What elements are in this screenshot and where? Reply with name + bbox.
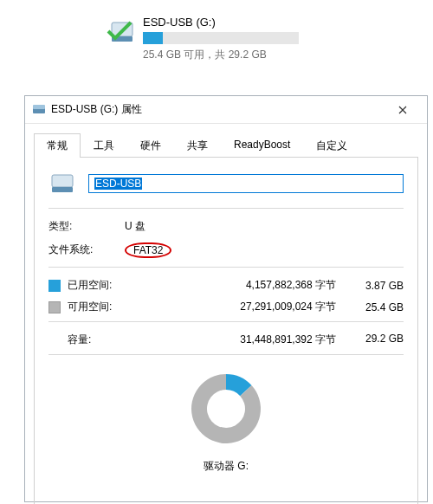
capacity-gb: 29.2 GB: [352, 333, 404, 347]
svg-rect-3: [33, 105, 45, 109]
free-bytes: 27,291,009,024 字节: [135, 300, 352, 314]
volume-name-input[interactable]: ESD-USB: [88, 174, 404, 193]
used-swatch: [48, 280, 61, 292]
drive-title[interactable]: ESD-USB (G:): [143, 16, 433, 29]
drive-summary: ESD-USB (G:) 25.4 GB 可用，共 29.2 GB: [0, 0, 433, 78]
type-row: 类型: U 盘: [48, 219, 404, 234]
drive-free-text: 25.4 GB 可用，共 29.2 GB: [143, 48, 433, 62]
properties-dialog: ESD-USB (G:) 属性 常规工具硬件共享ReadyBoost自定义 ES…: [24, 95, 428, 502]
svg-rect-4: [52, 175, 73, 187]
divider: [48, 354, 404, 355]
free-swatch: [48, 301, 61, 313]
drive-usage-fill: [143, 32, 163, 44]
free-gb: 25.4 GB: [352, 301, 404, 313]
filesystem-row: 文件系统: FAT32: [48, 242, 404, 258]
usage-donut-chart: [48, 365, 404, 452]
drive-icon: [107, 19, 136, 45]
capacity-row: 容量: 31,448,891,392 字节 29.2 GB: [48, 333, 404, 347]
used-bytes: 4,157,882,368 字节: [135, 278, 352, 293]
used-label: 已用空间:: [68, 278, 135, 293]
type-value: U 盘: [125, 219, 145, 234]
capacity-bytes: 31,448,891,392 字节: [135, 333, 352, 347]
tab-4[interactable]: ReadyBoost: [221, 133, 303, 158]
volume-name-value: ESD-USB: [94, 178, 142, 190]
type-label: 类型:: [48, 219, 125, 234]
name-row: ESD-USB: [48, 171, 404, 196]
tab-2[interactable]: 硬件: [127, 133, 174, 158]
divider: [48, 267, 404, 268]
filesystem-value: FAT32: [125, 242, 171, 258]
free-label: 可用空间:: [68, 300, 135, 314]
titlebar[interactable]: ESD-USB (G:) 属性: [25, 96, 427, 124]
tab-general-content: ESD-USB 类型: U 盘 文件系统: FAT32 已用空间: 4,157,…: [34, 157, 418, 504]
free-space-row: 可用空间: 27,291,009,024 字节 25.4 GB: [48, 300, 404, 314]
tab-strip: 常规工具硬件共享ReadyBoost自定义: [34, 132, 418, 157]
close-button[interactable]: [385, 98, 420, 122]
divider: [48, 321, 404, 322]
drive-usage-bar: [143, 32, 299, 44]
tab-1[interactable]: 工具: [81, 133, 127, 158]
used-space-row: 已用空间: 4,157,882,368 字节 3.87 GB: [48, 278, 404, 293]
capacity-label: 容量:: [68, 333, 135, 347]
donut-label: 驱动器 G:: [48, 459, 404, 474]
titlebar-text: ESD-USB (G:) 属性: [51, 102, 385, 117]
svg-rect-5: [52, 187, 73, 192]
tab-3[interactable]: 共享: [174, 133, 221, 158]
filesystem-label: 文件系统:: [48, 242, 125, 258]
drive-icon: [48, 171, 76, 196]
tab-0[interactable]: 常规: [34, 133, 81, 158]
divider: [48, 208, 404, 209]
used-gb: 3.87 GB: [352, 280, 404, 292]
close-icon: [398, 106, 407, 114]
drive-small-icon: [32, 103, 46, 117]
donut-svg: [183, 365, 269, 452]
tab-5[interactable]: 自定义: [303, 133, 360, 158]
